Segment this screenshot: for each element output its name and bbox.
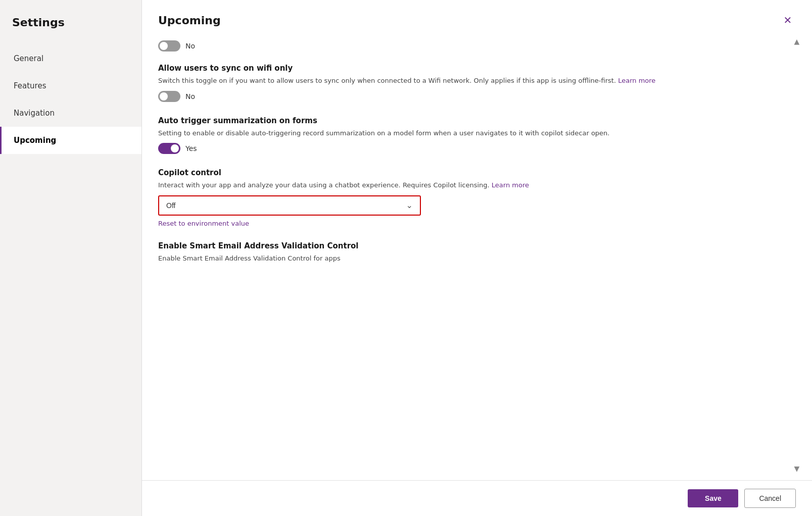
toggle-track-3	[158, 143, 180, 154]
copilot-desc: Interact with your app and analyze your …	[158, 180, 796, 190]
auto-trigger-toggle-row: Yes	[158, 143, 796, 154]
smart-email-section: Enable Smart Email Address Validation Co…	[158, 241, 796, 264]
copilot-learn-more[interactable]: Learn more	[492, 181, 529, 189]
wifi-sync-toggle-label-2: No	[185, 92, 195, 100]
sidebar-nav: General Features Navigation Upcoming	[0, 45, 141, 154]
toggle-thumb-2	[160, 92, 168, 100]
wifi-sync-toggle-row-2: No	[158, 91, 796, 102]
auto-trigger-title: Auto trigger summarization on forms	[158, 116, 796, 125]
smart-email-title: Enable Smart Email Address Validation Co…	[158, 241, 796, 250]
wifi-sync-section: Allow users to sync on wifi only Switch …	[158, 64, 796, 102]
close-button[interactable]: ✕	[780, 12, 796, 28]
wifi-sync-toggle-label-1: No	[185, 42, 195, 50]
sidebar: Settings General Features Navigation Upc…	[0, 0, 141, 516]
wifi-sync-desc: Switch this toggle on if you want to all…	[158, 76, 796, 86]
copilot-dropdown[interactable]: Off On Default	[159, 196, 399, 215]
toggle-thumb-3	[171, 144, 179, 152]
wifi-sync-toggle-2[interactable]	[158, 91, 180, 102]
wifi-sync-title: Allow users to sync on wifi only	[158, 64, 796, 73]
auto-trigger-toggle-label: Yes	[185, 144, 197, 152]
auto-trigger-toggle[interactable]	[158, 143, 180, 154]
wifi-sync-toggle-1[interactable]	[158, 40, 180, 51]
main-panel: Upcoming ✕ ▲ No Allow users to sync on w…	[142, 0, 812, 516]
sidebar-item-general[interactable]: General	[0, 45, 141, 72]
main-header: Upcoming ✕	[142, 0, 812, 32]
dropdown-arrow-icon: ⌄	[399, 200, 420, 210]
wifi-sync-toggle-row-1: No	[158, 40, 796, 51]
wifi-sync-learn-more[interactable]: Learn more	[618, 77, 655, 84]
sidebar-item-navigation[interactable]: Navigation	[0, 99, 141, 127]
auto-trigger-desc: Setting to enable or disable auto-trigge…	[158, 128, 796, 138]
toggle-track-2	[158, 91, 180, 102]
copilot-title: Copilot control	[158, 168, 796, 177]
scroll-up-arrow[interactable]: ▲	[791, 35, 803, 47]
toggle-track	[158, 40, 180, 51]
scroll-down-arrow[interactable]: ▼	[791, 462, 803, 475]
save-button[interactable]: Save	[688, 489, 738, 507]
copilot-dropdown-wrapper: Off On Default ⌄	[158, 195, 421, 216]
sidebar-title: Settings	[0, 16, 141, 45]
cancel-button[interactable]: Cancel	[744, 489, 796, 508]
smart-email-desc: Enable Smart Email Address Validation Co…	[158, 253, 796, 264]
sidebar-item-features[interactable]: Features	[0, 72, 141, 99]
sidebar-item-upcoming[interactable]: Upcoming	[0, 127, 141, 154]
copilot-section: Copilot control Interact with your app a…	[158, 168, 796, 227]
auto-trigger-section: Auto trigger summarization on forms Sett…	[158, 116, 796, 154]
main-footer: Save Cancel	[142, 480, 812, 516]
page-title: Upcoming	[158, 14, 221, 27]
main-content: No Allow users to sync on wifi only Swit…	[142, 32, 812, 480]
toggle-thumb	[160, 42, 168, 50]
reset-to-environment-link[interactable]: Reset to environment value	[158, 220, 796, 227]
